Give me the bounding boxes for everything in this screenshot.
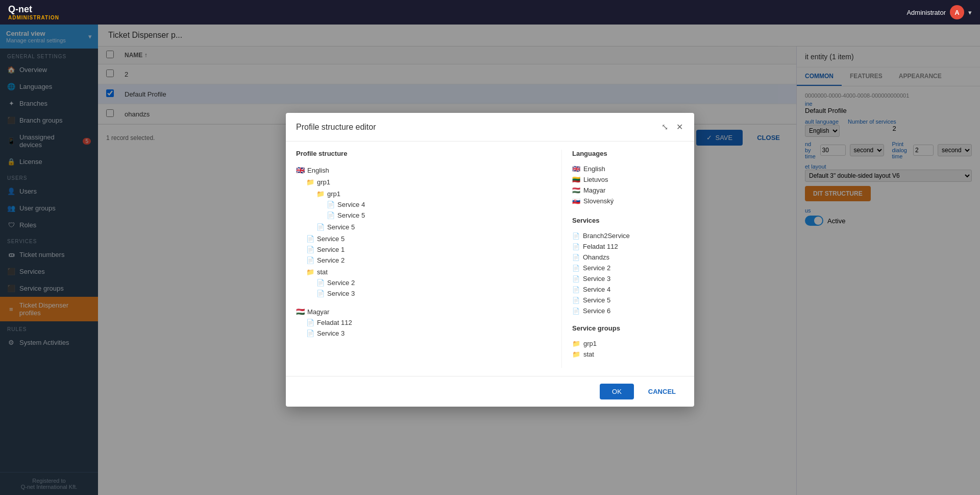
list-item: 📁 grp1 [572,338,684,349]
file-icon: 📄 [316,223,325,231]
modal-header-icons: ⤡ ✕ [660,121,684,133]
svc-service4: Service 4 [583,286,610,293]
modal-right-panel: Languages 🇬🇧 English 🇱🇹 Lietuvos 🇭🇺 [561,150,684,368]
tree-service2: 📄 Service 2 [306,255,551,266]
service5b-label: Service 5 [327,223,355,231]
lang-slovensky: Slovenský [583,197,614,205]
tree-service5c: 📄 Service 5 [306,233,551,244]
tree-grp1-inner-root: 📁 grp1 [316,188,551,199]
tree-english: 🇬🇧 English 📁 grp1 [296,163,551,301]
tree-grp1: 📁 grp1 📁 grp1 [306,176,551,233]
flag-hu: 🇭🇺 [572,186,580,194]
user-section: Administrator A ▾ [906,5,972,19]
avatar[interactable]: A [950,5,964,19]
list-item: 🇱🇹 Lietuvos [572,174,684,185]
list-item: 📄 Service 3 [572,273,684,284]
magyar-label: Magyar [307,308,329,316]
tree-stat: 📁 stat 📄 Service 2 📄 Service [306,266,551,300]
app-logo: Q-net ADMINISTRATION [8,4,59,20]
svc-service2: Service 2 [583,264,610,272]
modal-left-panel: Profile structure 🇬🇧 English 📁 grp1 [296,150,561,368]
english-label: English [307,167,329,174]
list-item: 📄 Service 4 [572,284,684,295]
service2-label: Service 2 [317,256,345,264]
list-item: 📄 Branch2Service [572,230,684,241]
file-icon: 📄 [306,256,314,264]
folder-icon: 📁 [572,340,580,347]
service-icon: 📄 [572,297,580,304]
tree-grp1-root: 📁 grp1 [306,177,551,187]
service5c-label: Service 5 [317,235,345,243]
admin-label: ADMINISTRATION [8,15,59,20]
tree-stat-service3: 📄 Service 3 [316,288,551,299]
tree-service4: 📄 Service 4 [327,199,551,210]
modal-body: Profile structure 🇬🇧 English 📁 grp1 [286,142,694,376]
tree-stat-service2: 📄 Service 2 [316,277,551,288]
service-icon: 📄 [572,286,580,293]
svc-ohandzs: Ohandzs [583,253,609,261]
services-title: Services [572,217,684,224]
tree-service5a: 📄 Service 5 [327,210,551,221]
service-icon: 📄 [572,265,580,272]
lang-english: English [583,165,605,173]
service4-label: Service 4 [337,201,365,208]
cancel-button[interactable]: CANCEL [640,384,684,399]
stat-service2-label: Service 2 [327,279,355,287]
tree-magyar: 🇭🇺 Magyar 📄 Feladat 112 📄 Service 3 [296,305,551,340]
magyar-flag: 🇭🇺 [296,308,305,316]
list-item: 🇸🇰 Slovenský [572,196,684,206]
languages-section: Languages 🇬🇧 English 🇱🇹 Lietuvos 🇭🇺 [572,150,684,206]
file-icon: 📄 [306,246,314,253]
tree-feladat: 📄 Feladat 112 [306,317,551,328]
service-groups-title: Service groups [572,324,684,332]
file-icon: 📄 [306,329,314,337]
dropdown-arrow[interactable]: ▾ [968,9,972,16]
list-item: 🇭🇺 Magyar [572,185,684,196]
lang-magyar: Magyar [583,186,605,194]
folder-icon: 📁 [316,190,325,198]
flag-en: 🇬🇧 [572,165,580,173]
grp1-label: grp1 [317,178,330,186]
svc-service5: Service 5 [583,296,610,304]
file-icon: 📄 [316,290,325,297]
ok-button[interactable]: OK [600,384,634,399]
close-modal-button[interactable]: ✕ [675,121,684,133]
list-item: 📄 Service 2 [572,263,684,273]
tree-service1: 📄 Service 1 [306,244,551,255]
tree-magyar-root: 🇭🇺 Magyar [296,306,551,317]
modal-overlay: Profile structure editor ⤡ ✕ Profile str… [0,25,980,495]
sg-stat: stat [583,350,594,358]
expand-icon[interactable]: ⤡ [660,121,669,133]
sg-grp1: grp1 [583,340,597,347]
modal-title: Profile structure editor [296,123,376,132]
svc-feladat: Feladat 112 [583,243,618,250]
list-item: 📄 Feladat 112 [572,241,684,252]
list-item: 🇬🇧 English [572,163,684,174]
service-icon: 📄 [572,243,580,250]
list-item: 📄 Service 5 [572,295,684,305]
file-icon: 📄 [316,279,325,287]
flag-sk: 🇸🇰 [572,197,580,205]
service-icon: 📄 [572,275,580,282]
file-icon: 📄 [327,201,335,208]
user-name: Administrator [906,9,946,16]
service5a-label: Service 5 [337,211,365,219]
logo-text: Q-net [8,4,59,15]
list-item: 📄 Service 6 [572,305,684,316]
tree-stat-root: 📁 stat [306,267,551,277]
tree-service3: 📄 Service 3 [306,328,551,339]
file-icon: 📄 [306,319,314,326]
service-icon: 📄 [572,308,580,315]
modal-header: Profile structure editor ⤡ ✕ [286,113,694,142]
service-icon: 📄 [572,254,580,261]
grp1-inner-label: grp1 [327,190,340,198]
list-item: 📁 stat [572,349,684,360]
svc-service3: Service 3 [583,275,610,282]
service1-label: Service 1 [317,246,345,253]
tree-grp1-inner: 📁 grp1 📄 Service 4 [316,187,551,222]
languages-list: 🇬🇧 English 🇱🇹 Lietuvos 🇭🇺 Magyar [572,163,684,206]
flag-lt: 🇱🇹 [572,176,580,183]
profile-structure-title: Profile structure [296,150,551,157]
lang-lietuvos: Lietuvos [583,176,608,183]
profile-structure-editor-modal: Profile structure editor ⤡ ✕ Profile str… [286,113,694,407]
